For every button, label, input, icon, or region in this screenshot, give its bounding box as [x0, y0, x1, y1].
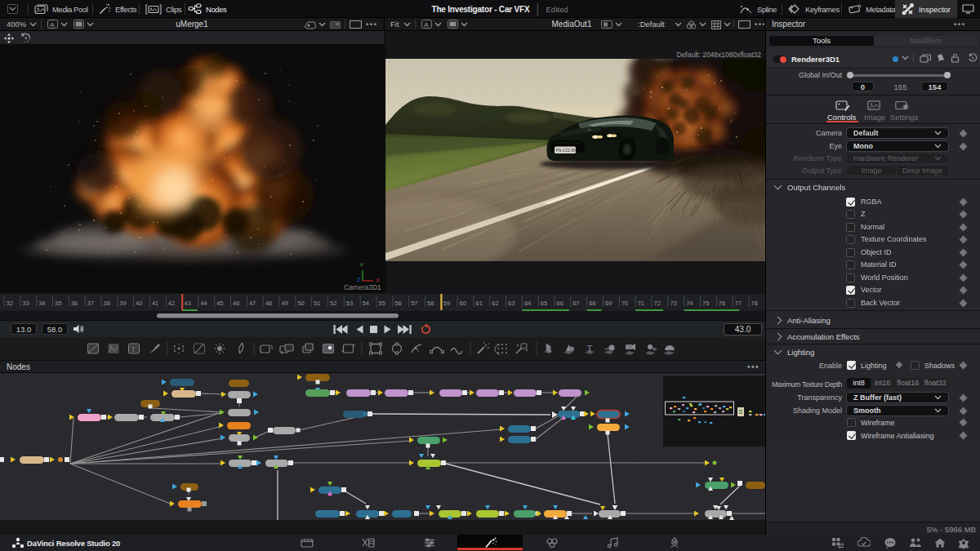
svg-text:77: 77: [735, 300, 742, 307]
svg-text:Y: Y: [359, 261, 364, 269]
svg-text:40: 40: [136, 300, 142, 307]
svg-text:66: 66: [557, 300, 564, 307]
svg-text:Camera3D1: Camera3D1: [344, 283, 381, 291]
svg-text:41: 41: [152, 300, 158, 307]
svg-text:39: 39: [119, 300, 126, 307]
svg-text:70: 70: [621, 300, 628, 307]
svg-text:54: 54: [363, 300, 369, 307]
svg-text:47: 47: [249, 300, 256, 307]
svg-text:71: 71: [638, 300, 644, 307]
svg-text:Z: Z: [357, 276, 361, 283]
svg-text:60: 60: [460, 300, 466, 307]
svg-text:78: 78: [751, 300, 758, 307]
svg-text:56: 56: [394, 300, 401, 307]
svg-text:49: 49: [282, 300, 288, 307]
svg-text:35: 35: [55, 300, 61, 307]
svg-text:42: 42: [168, 300, 175, 307]
svg-text:T: T: [131, 345, 136, 353]
svg-text:44: 44: [200, 300, 207, 307]
svg-text:45: 45: [216, 300, 223, 307]
svg-text:74: 74: [686, 300, 693, 307]
svg-text:48: 48: [265, 300, 272, 307]
svg-text:68: 68: [589, 300, 595, 307]
svg-text:59: 59: [443, 300, 450, 307]
svg-text:52: 52: [330, 300, 336, 307]
svg-text:58: 58: [427, 300, 434, 307]
svg-text:T: T: [587, 344, 592, 353]
svg-text:72: 72: [654, 300, 661, 307]
svg-text:53: 53: [346, 300, 353, 307]
svg-text:33: 33: [22, 300, 29, 307]
svg-text:FN-131-DK: FN-131-DK: [556, 148, 578, 153]
svg-text:61: 61: [476, 300, 483, 307]
svg-text:50: 50: [297, 300, 304, 307]
svg-text:46: 46: [233, 300, 239, 307]
svg-text:43: 43: [185, 300, 191, 307]
svg-text:38: 38: [104, 300, 110, 307]
svg-text:55: 55: [379, 300, 385, 307]
svg-text:64: 64: [524, 300, 531, 307]
svg-text:A: A: [424, 21, 429, 29]
svg-text:57: 57: [411, 300, 417, 307]
svg-text:67: 67: [572, 300, 579, 307]
svg-text:32: 32: [7, 300, 13, 307]
svg-text:75: 75: [702, 300, 709, 307]
svg-text:76: 76: [719, 300, 725, 307]
svg-text:65: 65: [541, 300, 547, 307]
svg-text:A: A: [50, 21, 55, 29]
svg-text:34: 34: [38, 300, 45, 307]
svg-text:63: 63: [508, 300, 514, 307]
svg-text:37: 37: [87, 300, 94, 307]
svg-text:62: 62: [492, 300, 498, 307]
svg-text:51: 51: [314, 300, 320, 307]
svg-text:73: 73: [670, 300, 676, 307]
svg-text:69: 69: [605, 300, 612, 307]
svg-text:36: 36: [71, 300, 78, 307]
